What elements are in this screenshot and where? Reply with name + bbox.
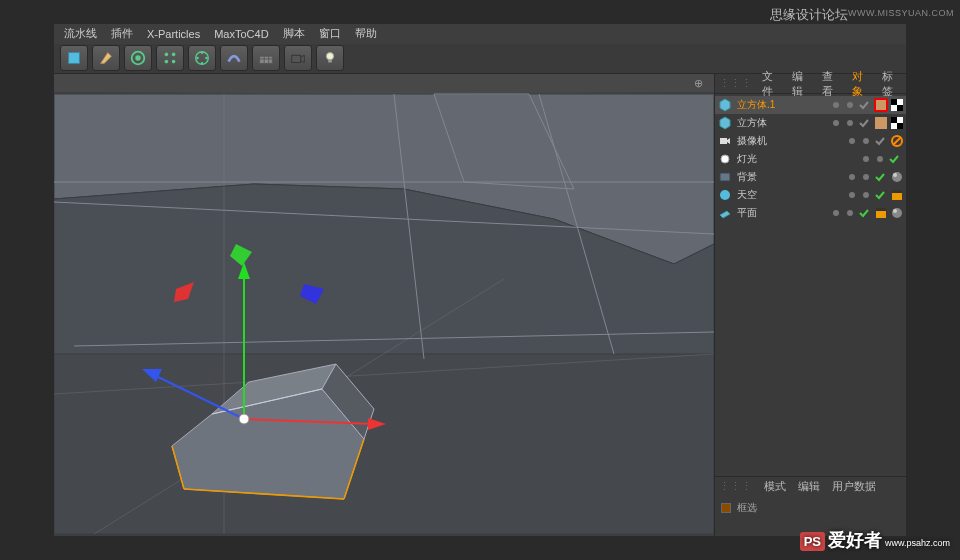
visibility-toggle-icon[interactable]: [846, 189, 858, 201]
object-name-label: 平面: [737, 206, 830, 220]
svg-point-77: [863, 192, 869, 198]
object-row[interactable]: 背景: [715, 168, 906, 186]
svg-point-72: [863, 174, 869, 180]
enable-check-icon[interactable]: [874, 171, 886, 183]
svg-point-81: [833, 210, 839, 216]
attr-menu-mode[interactable]: 模式: [764, 479, 786, 494]
svg-point-86: [893, 209, 897, 213]
object-row[interactable]: 摄像机: [715, 132, 906, 150]
object-row[interactable]: 灯光: [715, 150, 906, 168]
svg-point-64: [863, 138, 869, 144]
render-tag-icon[interactable]: [874, 206, 888, 220]
tool-subdiv[interactable]: [124, 45, 152, 71]
menu-xparticles[interactable]: X-Particles: [147, 28, 200, 40]
render-tag-icon[interactable]: [890, 188, 904, 202]
visibility-render-toggle-icon[interactable]: [874, 153, 886, 165]
visibility-render-toggle-icon[interactable]: [844, 99, 856, 111]
svg-rect-84: [876, 208, 886, 211]
object-type-icon: [717, 97, 733, 113]
attr-label: 框选: [737, 501, 757, 515]
tool-clone[interactable]: [188, 45, 216, 71]
material-tag-icon[interactable]: [890, 206, 904, 220]
menu-pipeline[interactable]: 流水线: [64, 26, 97, 41]
svg-point-69: [877, 156, 883, 162]
attr-menu-userdata[interactable]: 用户数据: [832, 479, 876, 494]
visibility-toggle-icon[interactable]: [830, 99, 842, 111]
svg-rect-61: [897, 123, 903, 129]
enable-check-icon[interactable]: [888, 153, 900, 165]
svg-point-11: [196, 57, 199, 60]
object-list[interactable]: 立方体.1立方体摄像机灯光背景天空平面: [715, 94, 906, 476]
enable-check-icon[interactable]: [874, 189, 886, 201]
tool-bend[interactable]: [220, 45, 248, 71]
texture-tag-icon[interactable]: [874, 98, 888, 112]
visibility-toggle-icon[interactable]: [846, 135, 858, 147]
svg-point-2: [135, 56, 140, 61]
object-row[interactable]: 立方体: [715, 114, 906, 132]
compositing-tag-icon[interactable]: [890, 116, 904, 130]
visibility-render-toggle-icon[interactable]: [860, 189, 872, 201]
enable-check-icon[interactable]: [874, 135, 886, 147]
svg-marker-48: [720, 99, 730, 111]
tool-array[interactable]: [156, 45, 184, 71]
svg-point-85: [892, 208, 902, 218]
visibility-render-toggle-icon[interactable]: [844, 117, 856, 129]
svg-point-82: [847, 210, 853, 216]
protection-tag-icon[interactable]: [890, 134, 904, 148]
menu-plugins[interactable]: 插件: [111, 26, 133, 41]
menu-help[interactable]: 帮助: [355, 26, 377, 41]
menu-script[interactable]: 脚本: [283, 26, 305, 41]
enable-check-icon[interactable]: [858, 117, 870, 129]
visibility-render-toggle-icon[interactable]: [844, 207, 856, 219]
svg-point-49: [833, 102, 839, 108]
svg-point-10: [201, 62, 204, 65]
object-manager-menu[interactable]: ⋮⋮⋮ 文件 编辑 查看 对象 标签: [715, 74, 906, 94]
svg-rect-12: [260, 56, 273, 63]
viewport-controls[interactable]: ⊕ ⇔ ↻ ▢: [694, 77, 706, 89]
tool-camera[interactable]: [284, 45, 312, 71]
visibility-toggle-icon[interactable]: [830, 207, 842, 219]
svg-rect-51: [876, 100, 886, 110]
svg-point-63: [849, 138, 855, 144]
object-row[interactable]: 平面: [715, 204, 906, 222]
texture-tag-icon[interactable]: [874, 116, 888, 130]
object-name-label: 立方体: [737, 116, 830, 130]
tool-floor[interactable]: [252, 45, 280, 71]
object-name-label: 天空: [737, 188, 846, 202]
viewport-3d[interactable]: [54, 92, 714, 536]
visibility-toggle-icon[interactable]: [830, 117, 842, 129]
tool-cube[interactable]: [60, 45, 88, 71]
svg-marker-55: [720, 117, 730, 129]
tool-light[interactable]: [316, 45, 344, 71]
object-row[interactable]: 立方体.1: [715, 96, 906, 114]
object-row[interactable]: 天空: [715, 186, 906, 204]
svg-rect-60: [891, 117, 897, 123]
svg-point-8: [201, 52, 204, 55]
visibility-toggle-icon[interactable]: [860, 153, 872, 165]
svg-point-67: [721, 155, 729, 163]
attr-checkbox[interactable]: [721, 503, 731, 513]
svg-point-5: [165, 60, 169, 64]
compositing-tag-icon[interactable]: [890, 98, 904, 112]
menu-maxtoc4d[interactable]: MaxToC4D: [214, 28, 268, 40]
attr-menu-edit[interactable]: 编辑: [798, 479, 820, 494]
visibility-render-toggle-icon[interactable]: [860, 171, 872, 183]
object-name-label: 灯光: [737, 152, 860, 166]
object-type-icon: [717, 187, 733, 203]
visibility-render-toggle-icon[interactable]: [860, 135, 872, 147]
menu-window[interactable]: 窗口: [319, 26, 341, 41]
object-type-icon: [717, 133, 733, 149]
visibility-toggle-icon[interactable]: [846, 171, 858, 183]
svg-point-75: [720, 190, 730, 200]
object-name-label: 摄像机: [737, 134, 846, 148]
main-menubar[interactable]: 流水线 插件 X-Particles MaxToC4D 脚本 窗口 帮助: [54, 24, 906, 44]
svg-rect-16: [292, 56, 301, 63]
enable-check-icon[interactable]: [858, 99, 870, 111]
svg-rect-70: [720, 173, 730, 181]
enable-check-icon[interactable]: [858, 207, 870, 219]
material-tag-icon[interactable]: [890, 170, 904, 184]
svg-point-74: [893, 173, 897, 177]
tool-pen[interactable]: [92, 45, 120, 71]
attribute-manager-menu[interactable]: ⋮⋮⋮ 模式 编辑 用户数据: [715, 477, 906, 495]
svg-point-17: [326, 53, 333, 60]
